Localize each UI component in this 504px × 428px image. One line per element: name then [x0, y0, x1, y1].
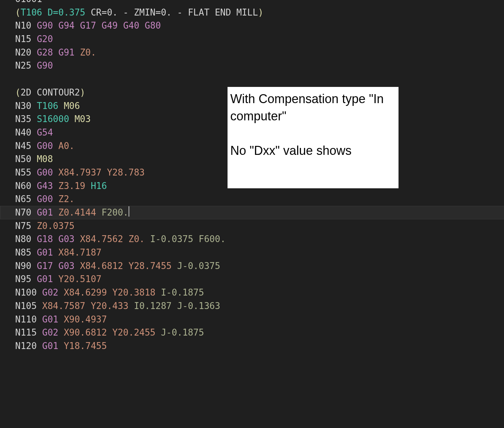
token-iword: I0.1287: [134, 301, 172, 311]
code-line[interactable]: N85 G01 X84.7187: [15, 246, 504, 259]
token-gcode: G17: [80, 20, 96, 31]
code-line[interactable]: N20 G28 G91 Z0.: [15, 46, 504, 59]
token-plain: [155, 327, 161, 338]
code-line[interactable]: (T106 D=0.375 CR=0. - ZMIN=0. - FLAT END…: [15, 6, 504, 19]
token-plain: [172, 261, 177, 271]
token-n: O1001: [15, 0, 42, 4]
token-gcode: G02: [42, 287, 58, 298]
token-yword: Y20.5107: [58, 274, 101, 284]
token-plain: [85, 7, 91, 18]
token-plain: [31, 20, 37, 31]
token-yword: Y28.783: [107, 167, 145, 178]
token-plain: [172, 301, 177, 311]
token-xword: X84.7937: [58, 167, 101, 178]
token-gcode: G80: [145, 20, 161, 31]
code-line[interactable]: N65 G00 Z2.: [15, 192, 504, 206]
token-plain: [85, 181, 91, 191]
code-line[interactable]: N100 G02 X84.6299 Y20.3818 I-0.1875: [15, 286, 504, 299]
code-line[interactable]: N110 G01 X90.4937: [15, 313, 504, 326]
token-plain: [118, 20, 123, 31]
code-line[interactable]: N10 G90 G94 G17 G49 G40 G80: [15, 19, 504, 32]
token-n: N120: [15, 341, 37, 351]
token-tword: T106: [37, 101, 59, 111]
token-plain: [53, 261, 59, 271]
token-plain: [53, 20, 59, 31]
token-plain: [58, 101, 64, 111]
token-gcode: G00: [37, 167, 53, 178]
token-n: N90: [15, 261, 31, 271]
code-line[interactable]: N75 Z0.0375: [15, 219, 504, 233]
token-aword: A0.: [58, 141, 74, 151]
token-n: N65: [15, 194, 31, 204]
token-gcode: G94: [58, 20, 74, 31]
token-mcode: M06: [64, 101, 80, 111]
token-tword: T106: [21, 7, 42, 18]
token-plain: [53, 207, 59, 218]
token-plain: [53, 274, 59, 284]
token-dword: D=0.375: [48, 7, 85, 18]
token-plain: [58, 327, 64, 338]
token-plain: [31, 247, 37, 258]
token-iword: I-0.1875: [161, 287, 204, 298]
code-line[interactable]: N25 G90: [15, 59, 504, 72]
token-xword: X84.7187: [58, 247, 101, 258]
token-plain: [53, 181, 59, 191]
token-n: N85: [15, 247, 31, 258]
token-n: N75: [15, 221, 31, 231]
token-zword: Z0.4144: [58, 207, 96, 218]
token-fword: F600.: [199, 234, 225, 244]
annotation-line-1: With Compensation type "In computer": [230, 90, 397, 125]
token-plain: [31, 207, 37, 218]
token-plain: [96, 207, 102, 218]
code-line[interactable]: N15 G20: [15, 32, 504, 46]
token-plain: [31, 60, 37, 71]
token-gcode: G90: [37, 20, 53, 31]
token-plain: [58, 314, 64, 325]
annotation-note: With Compensation type "In computer" No …: [228, 87, 399, 188]
token-xword: X84.7562: [80, 234, 123, 244]
token-xword: X84.6299: [64, 287, 107, 298]
token-plain: [37, 301, 42, 311]
token-gcode: G03: [58, 261, 74, 271]
token-gcode: G54: [37, 127, 53, 138]
token-n: N70: [15, 207, 31, 218]
code-line[interactable]: N95 G01 Y20.5107: [15, 272, 504, 286]
token-hword: H16: [91, 181, 107, 191]
code-line[interactable]: N120 G01 Y18.7455: [15, 339, 504, 353]
token-yword: Y20.3818: [112, 287, 155, 298]
token-gcode: G20: [37, 34, 53, 44]
token-iword: I-0.0375: [150, 234, 193, 244]
token-comment: CR=0. - ZMIN=0. - FLAT END MILL: [91, 7, 258, 18]
token-zword: Z0.0375: [37, 221, 75, 231]
token-plain: [96, 20, 102, 31]
token-plain: [123, 234, 129, 244]
token-sword: S16000: [37, 114, 69, 124]
token-n: N60: [15, 181, 31, 191]
token-n: N95: [15, 274, 31, 284]
token-paren: ): [258, 7, 263, 18]
token-zword: Z0.: [80, 47, 96, 58]
token-plain: [74, 261, 80, 271]
token-jword: J-0.0375: [177, 261, 220, 271]
token-mcode: M03: [74, 114, 91, 124]
token-plain: [53, 234, 59, 244]
token-n: N45: [15, 141, 31, 151]
code-line[interactable]: N70 G01 Z0.4144 F200.: [0, 206, 504, 219]
token-gcode: G17: [37, 261, 53, 271]
token-paren: (: [15, 87, 21, 98]
code-line[interactable]: [15, 72, 504, 86]
token-plain: [31, 221, 37, 231]
code-line[interactable]: N80 G18 G03 X84.7562 Z0. I-0.0375 F600.: [15, 232, 504, 246]
token-xword: X90.6812: [64, 327, 107, 338]
token-jword: J-0.1363: [177, 301, 220, 311]
code-line[interactable]: N115 G02 X90.6812 Y20.2455 J-0.1875: [15, 326, 504, 339]
token-n: N110: [15, 314, 37, 325]
token-gcode: G00: [37, 194, 53, 204]
token-gcode: G02: [42, 327, 58, 338]
token-n: N80: [15, 234, 31, 244]
code-line[interactable]: N90 G17 G03 X84.6812 Y28.7455 J-0.0375: [15, 259, 504, 273]
code-line[interactable]: O1001: [15, 0, 504, 6]
code-line[interactable]: N105 X84.7587 Y20.433 I0.1287 J-0.1363: [15, 299, 504, 313]
token-gcode: G28: [37, 47, 53, 58]
token-plain: [74, 234, 80, 244]
